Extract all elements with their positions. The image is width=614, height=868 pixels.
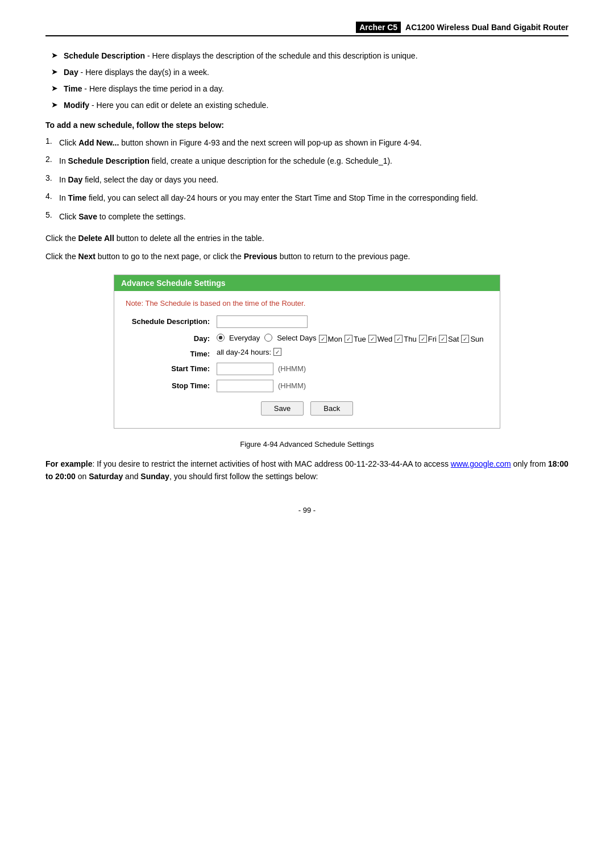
schedule-settings-box: Advance Schedule Settings Note: The Sche… — [114, 275, 500, 429]
bullet-section: ➤ Schedule Description - Here displays t… — [45, 50, 569, 111]
para-delete: Click the Delete All button to delete al… — [45, 232, 569, 244]
day-checkboxes: Mon Tue Wed Thu — [319, 335, 484, 343]
mon-label: Mon — [328, 335, 342, 343]
description-content — [217, 315, 488, 328]
time-label: Time: — [126, 348, 217, 358]
thu-label: Thu — [404, 335, 416, 343]
select-days-radio[interactable] — [264, 334, 272, 342]
step-2: 2. In Schedule Description field, create… — [45, 155, 569, 167]
step-5: 5. Click Save to complete the settings. — [45, 210, 569, 223]
wed-checkbox[interactable] — [368, 335, 376, 343]
sat-checkbox[interactable] — [439, 335, 447, 343]
description-label: Schedule Description: — [126, 315, 217, 326]
day-sat-check: Sat — [439, 335, 459, 343]
step-content-4: In Time field, you can select all day-24… — [59, 192, 478, 204]
stop-time-content: (HHMM) — [217, 380, 488, 392]
step-content-1: Click Add New... button shown in Figure … — [59, 136, 422, 149]
all-day-checkbox[interactable] — [273, 348, 281, 356]
sunday-bold: Sunday — [140, 472, 169, 481]
start-time-input[interactable] — [217, 363, 273, 375]
step-3: 3. In Day field, select the day or days … — [45, 173, 569, 186]
steps-heading: To add a new schedule, follow the steps … — [45, 121, 569, 130]
para-next: Click the Next button to go to the next … — [45, 250, 569, 263]
day-radio-group: Everyday Select Days — [217, 334, 317, 342]
stop-hint: (HHMM) — [278, 381, 306, 390]
tue-label: Tue — [354, 335, 366, 343]
figure-caption: Figure 4-94 Advanced Schedule Settings — [45, 440, 569, 448]
all-day-row: all day-24 hours: — [217, 348, 281, 356]
day-content: Everyday Select Days Mon Tue We — [217, 333, 488, 343]
button-row: Save Back — [126, 401, 488, 416]
example-bold-label: For example — [45, 459, 92, 468]
bullet-arrow-1: ➤ — [51, 51, 58, 60]
thu-checkbox[interactable] — [395, 335, 403, 343]
bullet-item-2: ➤ Day - Here displays the day(s) in a we… — [45, 67, 569, 78]
step-num-1: 1. — [45, 136, 59, 146]
bullet-text-3: Time - Here displays the time period in … — [64, 83, 224, 95]
numbered-list: 1. Click Add New... button shown in Figu… — [45, 136, 569, 223]
step-num-5: 5. — [45, 210, 59, 219]
schedule-box-header: Advance Schedule Settings — [114, 275, 500, 291]
start-time-label: Start Time: — [126, 363, 217, 373]
day-wed-check: Wed — [368, 335, 393, 343]
schedule-note: Note: The Schedule is based on the time … — [126, 299, 488, 308]
bullet-text-4: Modify - Here you can edit or delete an … — [64, 99, 268, 111]
schedule-box-body: Note: The Schedule is based on the time … — [114, 291, 500, 428]
save-button[interactable]: Save — [261, 401, 304, 416]
day-sun-check: Sun — [461, 335, 483, 343]
step-1: 1. Click Add New... button shown in Figu… — [45, 136, 569, 149]
back-button[interactable]: Back — [310, 401, 353, 416]
step-num-4: 4. — [45, 192, 59, 201]
bullet-text-2: Day - Here displays the day(s) in a week… — [64, 67, 209, 78]
stop-time-input[interactable] — [217, 380, 273, 392]
stop-time-label: Stop Time: — [126, 380, 217, 390]
step-num-3: 3. — [45, 173, 59, 182]
day-tue-check: Tue — [345, 335, 366, 343]
description-input[interactable] — [217, 315, 308, 328]
product-label: AC1200 Wireless Dual Band Gigabit Router — [405, 23, 569, 32]
step-content-3: In Day field, select the day or days you… — [59, 173, 218, 186]
day-fri-check: Fri — [419, 335, 437, 343]
sun-label: Sun — [470, 335, 483, 343]
form-row-time: Time: all day-24 hours: — [126, 348, 488, 358]
select-days-label: Select Days — [277, 334, 316, 342]
tue-checkbox[interactable] — [345, 335, 352, 343]
form-row-description: Schedule Description: — [126, 315, 488, 328]
everyday-radio[interactable] — [217, 334, 225, 342]
time-content: all day-24 hours: — [217, 348, 488, 356]
bullet-item-3: ➤ Time - Here displays the time period i… — [45, 83, 569, 95]
bullet-bold-4: Modify — [64, 101, 89, 110]
example-para: For example: If you desire to restrict t… — [45, 458, 569, 483]
bullet-text-1: Schedule Description - Here displays the… — [64, 50, 418, 62]
bullet-arrow-4: ➤ — [51, 100, 58, 109]
day-thu-check: Thu — [395, 335, 416, 343]
step-content-2: In Schedule Description field, create a … — [59, 155, 392, 167]
step-num-2: 2. — [45, 155, 59, 164]
day-mon-check: Mon — [319, 335, 342, 343]
model-label: Archer C5 — [356, 22, 401, 33]
step-content-5: Click Save to complete the settings. — [59, 210, 186, 223]
saturday-bold: Saturday — [89, 472, 123, 481]
mon-checkbox[interactable] — [319, 335, 327, 343]
fri-checkbox[interactable] — [419, 335, 427, 343]
google-link[interactable]: www.google.com — [451, 459, 511, 468]
footer-page: - 99 - — [45, 506, 569, 514]
bullet-bold-1: Schedule Description — [64, 51, 145, 60]
sun-checkbox[interactable] — [461, 335, 469, 343]
wed-label: Wed — [377, 335, 393, 343]
header-title: Archer C5 AC1200 Wireless Dual Band Giga… — [356, 23, 569, 32]
header-bar: Archer C5 AC1200 Wireless Dual Band Giga… — [45, 23, 569, 36]
page-number: - 99 - — [298, 506, 316, 514]
start-time-content: (HHMM) — [217, 363, 488, 375]
bullet-bold-2: Day — [64, 68, 78, 77]
bullet-arrow-3: ➤ — [51, 84, 58, 93]
all-day-label: all day-24 hours: — [217, 348, 271, 356]
everyday-label: Everyday — [229, 334, 260, 342]
bullet-item-1: ➤ Schedule Description - Here displays t… — [45, 50, 569, 62]
step-4: 4. In Time field, you can select all day… — [45, 192, 569, 204]
bullet-arrow-2: ➤ — [51, 67, 58, 76]
day-label: Day: — [126, 333, 217, 343]
start-hint: (HHMM) — [278, 364, 306, 373]
sat-label: Sat — [448, 335, 459, 343]
bullet-bold-3: Time — [64, 84, 82, 93]
